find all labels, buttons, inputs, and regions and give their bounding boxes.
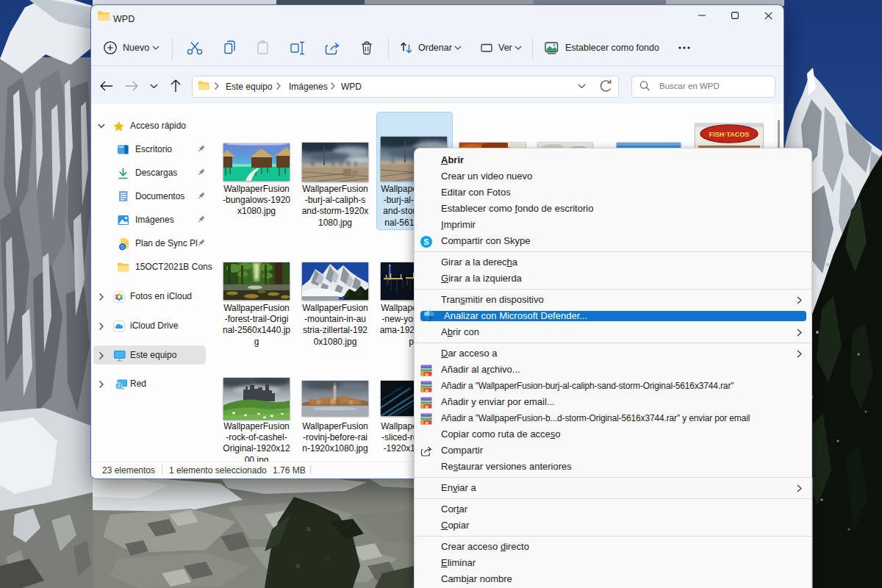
svg-text:S: S: [423, 237, 429, 245]
svg-text:FISH·TACOS: FISH·TACOS: [709, 131, 749, 138]
